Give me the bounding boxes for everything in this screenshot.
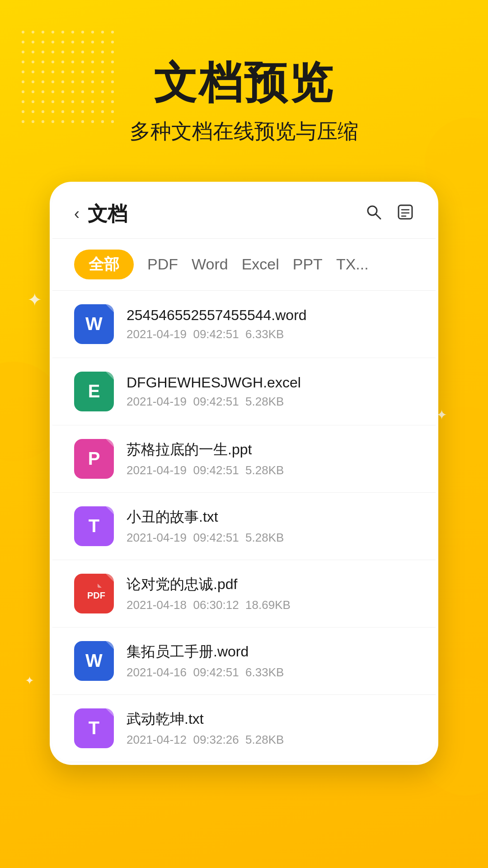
file-name: DFGHEWHESJWGH.excel (127, 374, 414, 391)
tab-ppt[interactable]: PPT (293, 251, 323, 278)
header-left: ‹ 文档 (74, 201, 127, 227)
svg-rect-2 (399, 205, 412, 219)
file-info: 武动乾坤.txt 2021-04-12 09:32:26 5.28KB (127, 709, 414, 747)
file-info: DFGHEWHESJWGH.excel 2021-04-19 09:42:51 … (127, 374, 414, 409)
svg-line-1 (376, 214, 380, 219)
file-item[interactable]: E DFGHEWHESJWGH.excel 2021-04-19 09:42:5… (52, 358, 436, 425)
file-list: W 254546552557455544.word 2021-04-19 09:… (52, 291, 436, 762)
file-info: 苏格拉底的一生.ppt 2021-04-19 09:42:51 5.28KB (127, 440, 414, 477)
hero-section: 文档预览 多种文档在线预览与压缩 (0, 0, 488, 146)
file-meta: 2021-04-19 09:42:51 5.28KB (127, 531, 414, 545)
file-item[interactable]: T 武动乾坤.txt 2021-04-12 09:32:26 5.28KB (52, 695, 436, 762)
phone-header: ‹ 文档 (52, 184, 436, 239)
header-title: 文档 (88, 201, 127, 227)
sparkle-icon-1: ✦ (27, 289, 42, 310)
file-type-icon: PDF (74, 574, 114, 613)
file-item[interactable]: P 苏格拉底的一生.ppt 2021-04-19 09:42:51 5.28KB (52, 425, 436, 493)
file-name: 小丑的故事.txt (127, 507, 414, 527)
svg-text:PDF: PDF (87, 590, 105, 600)
file-item[interactable]: T 小丑的故事.txt 2021-04-19 09:42:51 5.28KB (52, 493, 436, 560)
filter-tabs: 全部 PDF Word Excel PPT TX... (52, 239, 436, 291)
hero-subtitle: 多种文档在线预览与压缩 (0, 118, 488, 146)
edit-icon[interactable] (397, 203, 414, 225)
hero-title: 文档预览 (0, 59, 488, 107)
back-button[interactable]: ‹ (74, 204, 80, 223)
tab-txt-partial[interactable]: TX... (336, 255, 369, 273)
file-name: 集拓员工手册.word (127, 642, 414, 662)
file-item[interactable]: W 254546552557455544.word 2021-04-19 09:… (52, 291, 436, 358)
file-type-icon: W (74, 304, 114, 344)
file-type-icon: T (74, 506, 114, 546)
tab-all[interactable]: 全部 (74, 250, 134, 279)
file-type-icon: E (74, 372, 114, 411)
file-meta: 2021-04-18 06:30:12 18.69KB (127, 598, 414, 612)
file-info: 小丑的故事.txt 2021-04-19 09:42:51 5.28KB (127, 507, 414, 545)
header-right (365, 203, 414, 225)
file-meta: 2021-04-19 09:42:51 5.28KB (127, 395, 414, 409)
search-icon[interactable] (365, 203, 382, 225)
file-info: 集拓员工手册.word 2021-04-16 09:42:51 6.33KB (127, 642, 414, 679)
phone-card-wrapper: ‹ 文档 (50, 182, 438, 765)
file-type-icon: T (74, 708, 114, 748)
file-name: 苏格拉底的一生.ppt (127, 440, 414, 460)
file-meta: 2021-04-16 09:42:51 6.33KB (127, 665, 414, 679)
file-item[interactable]: W 集拓员工手册.word 2021-04-16 09:42:51 6.33KB (52, 627, 436, 695)
phone-card: ‹ 文档 (50, 182, 438, 765)
tab-word[interactable]: Word (192, 251, 228, 278)
tab-excel[interactable]: Excel (242, 251, 279, 278)
file-info: 论对党的忠诚.pdf 2021-04-18 06:30:12 18.69KB (127, 575, 414, 612)
file-type-icon: P (74, 439, 114, 479)
file-name: 武动乾坤.txt (127, 709, 414, 729)
file-item[interactable]: PDF 论对党的忠诚.pdf 2021-04-18 06:30:12 18.69… (52, 560, 436, 627)
file-meta: 2021-04-19 09:42:51 5.28KB (127, 463, 414, 477)
file-name: 254546552557455544.word (127, 307, 414, 324)
file-type-icon: W (74, 641, 114, 681)
sparkle-icon-3: ✦ (25, 674, 34, 687)
file-name: 论对党的忠诚.pdf (127, 575, 414, 594)
file-meta: 2021-04-19 09:42:51 6.33KB (127, 327, 414, 341)
file-info: 254546552557455544.word 2021-04-19 09:42… (127, 307, 414, 341)
file-meta: 2021-04-12 09:32:26 5.28KB (127, 733, 414, 747)
tab-pdf[interactable]: PDF (147, 251, 178, 278)
